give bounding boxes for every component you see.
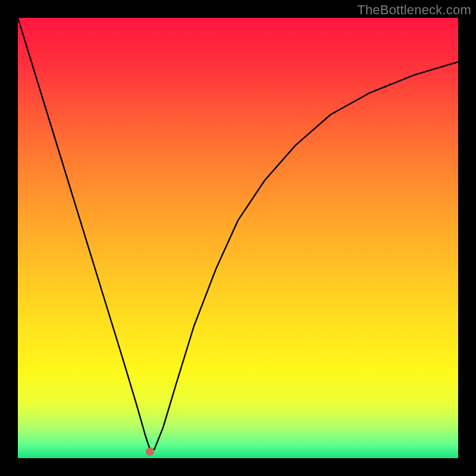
plot-area [18,18,458,458]
curve-svg [18,18,458,458]
chart-frame: TheBottleneck.com [0,0,476,476]
watermark-label: TheBottleneck.com [357,2,471,18]
bottleneck-curve [18,18,458,449]
minimum-marker [146,447,154,456]
